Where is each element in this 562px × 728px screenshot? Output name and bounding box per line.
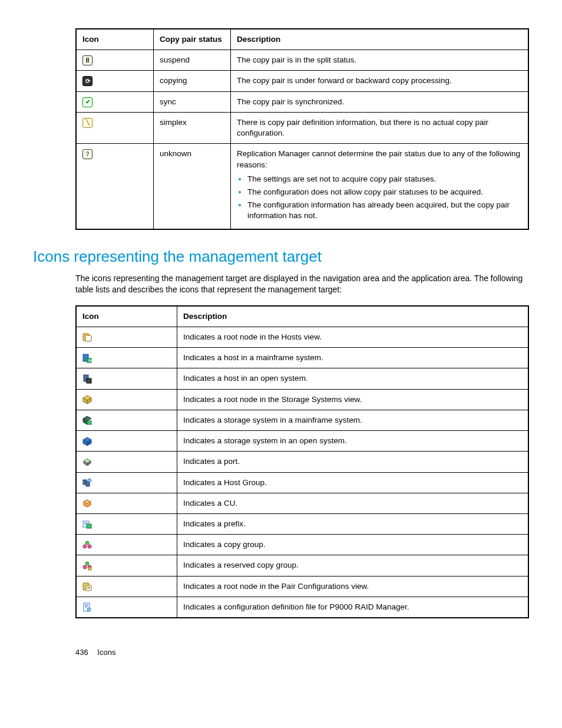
- svg-point-31: [85, 562, 89, 565]
- desc-cell: Indicates a host in a mainframe system.: [177, 348, 529, 368]
- table-row: Indicates a root node in the Storage Sys…: [76, 389, 528, 410]
- desc-cell: Indicates a configuration definition fil…: [177, 597, 529, 618]
- status-cell: unknown: [154, 144, 231, 229]
- svg-rect-32: [88, 567, 91, 570]
- status-cell: sync: [154, 91, 231, 112]
- desc-cell: Indicates a copy group.: [177, 535, 529, 555]
- svg-point-28: [85, 541, 89, 545]
- table-row: Indicates a host in an open system.: [76, 368, 528, 389]
- desc-cell: The copy pair is in the split status.: [231, 50, 529, 71]
- prefix-icon: [82, 519, 92, 529]
- status-cell: suspend: [154, 50, 231, 71]
- th-desc: Description: [231, 29, 529, 50]
- status-cell: copying: [154, 71, 231, 91]
- storage-root-icon: [82, 395, 92, 404]
- svg-point-36: [87, 608, 91, 611]
- desc-cell: Indicates a root node in the Hosts view.: [177, 327, 529, 348]
- host-group-icon: [82, 478, 92, 487]
- svg-point-26: [83, 545, 87, 548]
- section-intro: The icons representing the management ta…: [75, 273, 529, 296]
- svg-rect-6: [87, 378, 91, 383]
- th-icon: Icon: [76, 306, 177, 327]
- management-target-table: Icon Description Indicates a root node i…: [75, 305, 529, 618]
- table-row: ✔ sync The copy pair is synchronized.: [76, 91, 528, 112]
- reserved-copy-group-icon: [82, 561, 92, 571]
- port-icon: [82, 457, 92, 467]
- desc-cell: The copy pair is under forward or backwa…: [231, 71, 529, 91]
- status-cell: simplex: [154, 112, 231, 143]
- desc-intro: Replication Manager cannot determine the…: [237, 149, 520, 169]
- table-row: Indicates a configuration definition fil…: [76, 597, 528, 618]
- list-item: The configuration does not allow copy pa…: [247, 187, 522, 197]
- table-row: Indicates a copy group.: [76, 535, 528, 555]
- table-row: Indicates a port.: [76, 452, 528, 472]
- config-def-file-icon: [82, 602, 92, 612]
- table-row: Indicates a storage system in an open sy…: [76, 431, 528, 452]
- desc-cell: The copy pair is synchronized.: [231, 91, 529, 112]
- desc-cell: Indicates a prefix.: [177, 514, 529, 535]
- desc-cell: Indicates a storage system in an open sy…: [177, 431, 529, 452]
- host-open-icon: [82, 374, 92, 384]
- storage-mainframe-icon: [82, 416, 92, 425]
- th-status: Copy pair status: [154, 29, 231, 50]
- pair-config-root-icon: [82, 582, 92, 591]
- list-item: The settings are set not to acquire copy…: [247, 174, 522, 185]
- cu-icon: [82, 499, 92, 508]
- table-row: Indicates a prefix.: [76, 514, 528, 535]
- th-icon: Icon: [76, 29, 154, 50]
- desc-cell: Indicates a host in an open system.: [177, 368, 529, 389]
- desc-cell: Indicates a root node in the Pair Config…: [177, 576, 529, 597]
- section-heading: Icons representing the management target: [33, 248, 529, 266]
- desc-cell: Indicates a CU.: [177, 493, 529, 513]
- desc-cell: Indicates a root node in the Storage Sys…: [177, 389, 529, 410]
- table-row: ╲ simplex There is copy pair definition …: [76, 112, 528, 143]
- svg-rect-1: [85, 335, 91, 341]
- cycle-icon: ⟳: [82, 76, 92, 86]
- table-row: MFIndicates a host in a mainframe system…: [76, 348, 528, 368]
- storage-open-icon: [82, 437, 92, 446]
- desc-cell: Replication Manager cannot determine the…: [231, 144, 529, 229]
- svg-rect-25: [87, 524, 91, 528]
- slash-icon: ╲: [82, 118, 92, 128]
- pause-icon: II: [82, 55, 92, 65]
- copy-pair-status-table: Icon Copy pair status Description II sus…: [75, 28, 529, 230]
- table-row: Indicates a root node in the Hosts view.: [76, 327, 528, 348]
- svg-point-21: [88, 479, 91, 482]
- table-row: Indicates a CU.: [76, 493, 528, 513]
- chapter-name: Icons: [97, 648, 115, 657]
- table-row: Indicates a root node in the Pair Config…: [76, 576, 528, 597]
- table-row: ⟳ copying The copy pair is under forward…: [76, 71, 528, 91]
- table-row: II suspend The copy pair is in the split…: [76, 50, 528, 71]
- page-footer: 436 Icons: [75, 648, 529, 657]
- reason-list: The settings are set not to acquire copy…: [237, 174, 522, 222]
- table-row: Indicates a reserved copy group.: [76, 555, 528, 576]
- desc-cell: Indicates a Host Group.: [177, 472, 529, 493]
- host-mainframe-icon: MF: [82, 354, 92, 363]
- desc-cell: There is copy pair definition informatio…: [231, 112, 529, 143]
- check-icon: ✔: [82, 97, 92, 107]
- desc-cell: Indicates a port.: [177, 452, 529, 472]
- page-number: 436: [75, 648, 88, 657]
- list-item: The configuration information has alread…: [247, 200, 522, 221]
- table-row: Indicates a Host Group.: [76, 472, 528, 493]
- desc-cell: Indicates a reserved copy group.: [177, 555, 529, 576]
- svg-rect-12: [87, 421, 91, 424]
- th-desc: Description: [177, 306, 529, 327]
- hosts-root-icon: [82, 332, 92, 342]
- svg-text:MF: MF: [89, 359, 92, 363]
- copy-group-icon: [82, 541, 92, 550]
- svg-point-29: [83, 565, 87, 569]
- desc-cell: Indicates a storage system in a mainfram…: [177, 410, 529, 430]
- table-row: ? unknown Replication Manager cannot det…: [76, 144, 528, 229]
- question-icon: ?: [82, 149, 92, 159]
- table-row: Indicates a storage system in a mainfram…: [76, 410, 528, 430]
- svg-point-27: [88, 545, 91, 548]
